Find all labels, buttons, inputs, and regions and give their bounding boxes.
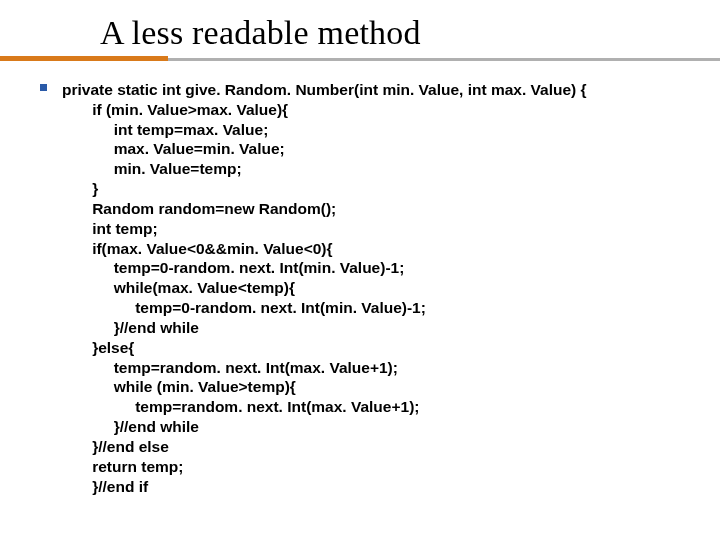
- code-line: private static int give. Random. Number(…: [62, 81, 587, 98]
- code-line: }//end else: [62, 438, 169, 455]
- underline-orange: [0, 56, 168, 61]
- code-line: while (min. Value>temp){: [62, 378, 296, 395]
- code-line: Random random=new Random();: [62, 200, 336, 217]
- body: private static int give. Random. Number(…: [40, 80, 700, 496]
- code-line: max. Value=min. Value;: [62, 140, 285, 157]
- code-line: int temp=max. Value;: [62, 121, 268, 138]
- title-underline: [0, 56, 720, 62]
- code-line: temp=0-random. next. Int(min. Value)-1;: [62, 299, 426, 316]
- code-line: }//end while: [62, 418, 199, 435]
- code-line: }//end while: [62, 319, 199, 336]
- slide: A less readable method private static in…: [0, 0, 720, 540]
- bullet-icon: [40, 84, 47, 91]
- code-line: if(max. Value<0&&min. Value<0){: [62, 240, 333, 257]
- code-block: private static int give. Random. Number(…: [62, 80, 700, 496]
- code-line: int temp;: [62, 220, 158, 237]
- slide-title: A less readable method: [100, 14, 421, 52]
- code-line: }: [62, 180, 98, 197]
- code-line: if (min. Value>max. Value){: [62, 101, 288, 118]
- code-line: min. Value=temp;: [62, 160, 242, 177]
- code-line: }//end if: [62, 478, 148, 495]
- code-line: while(max. Value<temp){: [62, 279, 295, 296]
- code-line: temp=0-random. next. Int(min. Value)-1;: [62, 259, 404, 276]
- code-line: temp=random. next. Int(max. Value+1);: [62, 359, 398, 376]
- code-line: temp=random. next. Int(max. Value+1);: [62, 398, 419, 415]
- code-line: return temp;: [62, 458, 183, 475]
- code-line: }else{: [62, 339, 134, 356]
